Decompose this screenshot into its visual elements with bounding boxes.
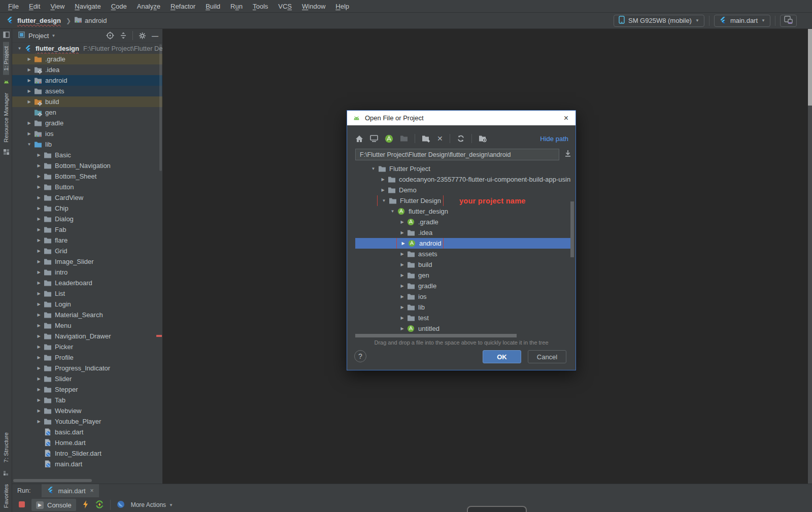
tree-row-gen[interactable]: gen xyxy=(12,107,162,118)
tree-row-intro-slider-dart[interactable]: Intro_Slider.dart xyxy=(12,448,162,459)
stop-button[interactable] xyxy=(18,501,25,509)
close-icon[interactable]: × xyxy=(90,487,94,494)
tree-row-ios[interactable]: ▶ios xyxy=(12,128,162,139)
chevron-collapsed-icon[interactable]: ▶ xyxy=(398,316,407,320)
tool-window-tab--structure[interactable]: 7: Structure xyxy=(3,428,9,466)
tree-row-assets[interactable]: ▶assets xyxy=(355,249,573,259)
chevron-collapsed-icon[interactable]: ▶ xyxy=(35,185,43,189)
tree-row-navigation-drawer[interactable]: ▶Navigation_Drawer xyxy=(12,331,162,342)
chevron-collapsed-icon[interactable]: ▶ xyxy=(398,273,407,278)
tree-row-flutter-design[interactable]: ▼Flutter Designyour project name xyxy=(355,195,573,206)
desktop-icon[interactable] xyxy=(370,135,378,143)
chevron-down-icon[interactable]: ▼ xyxy=(51,33,55,38)
structure-icon[interactable] xyxy=(3,467,10,480)
tree-row-menu[interactable]: ▶Menu xyxy=(12,320,162,331)
tree-row-basic[interactable]: ▶Basic xyxy=(12,150,162,160)
chevron-expanded-icon[interactable]: ▼ xyxy=(369,166,378,171)
chevron-collapsed-icon[interactable]: ▶ xyxy=(25,131,33,136)
tree-row-leaderboard[interactable]: ▶Leaderboard xyxy=(12,278,162,288)
chevron-collapsed-icon[interactable]: ▶ xyxy=(35,291,43,296)
tree-row-lib[interactable]: ▼lib xyxy=(12,139,162,150)
chevron-expanded-icon[interactable]: ▼ xyxy=(380,198,388,203)
menu-window[interactable]: Window xyxy=(297,3,330,10)
tree-row-assets[interactable]: ▶assets xyxy=(12,86,162,96)
tree-row-gradle[interactable]: ▶gradle xyxy=(355,281,573,291)
running-devices-button[interactable] xyxy=(780,15,797,27)
run-config-selector[interactable]: main.dart ▼ xyxy=(714,15,770,27)
dialog-title-bar[interactable]: Open File or Project × xyxy=(347,111,576,125)
resource-manager-icon[interactable] xyxy=(3,146,10,159)
breadcrumb-project[interactable]: flutter_design xyxy=(17,17,61,24)
locate-file-icon[interactable] xyxy=(106,31,114,40)
tree-row-profile[interactable]: ▶Profile xyxy=(12,352,162,363)
tree-row-main-dart[interactable]: main.dart xyxy=(12,459,162,469)
tree-row-list[interactable]: ▶List xyxy=(12,288,162,299)
tool-window-tab-resource-manager[interactable]: Resource Manager xyxy=(3,89,9,147)
tree-row-build[interactable]: ▶build xyxy=(355,259,573,270)
chevron-collapsed-icon[interactable]: ▶ xyxy=(398,230,407,235)
chevron-collapsed-icon[interactable]: ▶ xyxy=(399,241,408,246)
tree-row-picker[interactable]: ▶Picker xyxy=(12,342,162,352)
show-hidden-files-icon[interactable] xyxy=(479,135,487,143)
close-icon[interactable]: × xyxy=(562,114,570,123)
tree-row-codecanyon-23557770-flutter-ui-component-build-app-usin[interactable]: ▶codecanyon-23557770-flutter-ui-componen… xyxy=(355,174,573,185)
home-icon[interactable] xyxy=(355,135,363,143)
chevron-expanded-icon[interactable]: ▼ xyxy=(25,142,33,147)
chevron-collapsed-icon[interactable]: ▶ xyxy=(379,177,387,182)
chevron-collapsed-icon[interactable]: ▶ xyxy=(35,398,43,402)
tab-console[interactable]: ▶ Console xyxy=(31,499,76,511)
tree-row-lib[interactable]: ▶lib xyxy=(355,302,573,313)
tree-row-cardview[interactable]: ▶CardView xyxy=(12,192,162,203)
ok-button[interactable]: OK xyxy=(483,350,521,363)
project-tab-icon[interactable] xyxy=(3,29,10,42)
vertical-scrollbar[interactable] xyxy=(570,201,574,257)
tree-row-youtube-player[interactable]: ▶Youtube_Player xyxy=(12,416,162,427)
chevron-collapsed-icon[interactable]: ▶ xyxy=(35,323,43,328)
chevron-collapsed-icon[interactable]: ▶ xyxy=(35,313,43,317)
hide-panel-icon[interactable]: — xyxy=(152,32,158,40)
chevron-collapsed-icon[interactable]: ▶ xyxy=(35,227,43,232)
tree-row-progress-indicator[interactable]: ▶Progress_Indicator xyxy=(12,363,162,373)
tree-row-login[interactable]: ▶Login xyxy=(12,299,162,310)
menu-analyze[interactable]: Analyze xyxy=(132,3,165,10)
menu-refactor[interactable]: Refactor xyxy=(165,3,200,10)
hot-restart-icon[interactable] xyxy=(82,500,89,510)
tree-row-untitled[interactable]: ▶untitled xyxy=(355,323,573,333)
chevron-collapsed-icon[interactable]: ▶ xyxy=(398,220,407,224)
chevron-collapsed-icon[interactable]: ▶ xyxy=(35,408,43,413)
tree-row-bottom-sheet[interactable]: ▶Bottom_Sheet xyxy=(12,171,162,182)
menu-code[interactable]: Code xyxy=(106,3,132,10)
menu-view[interactable]: View xyxy=(45,3,70,10)
menu-help[interactable]: Help xyxy=(330,3,354,10)
tree-row-material-search[interactable]: ▶Material_Search xyxy=(12,310,162,320)
chevron-collapsed-icon[interactable]: ▶ xyxy=(398,252,407,256)
chevron-collapsed-icon[interactable]: ▶ xyxy=(35,249,43,253)
chevron-collapsed-icon[interactable]: ▶ xyxy=(398,294,407,299)
chevron-collapsed-icon[interactable]: ▶ xyxy=(35,377,43,381)
chevron-collapsed-icon[interactable]: ▶ xyxy=(35,387,43,392)
tree-row-bottom-navigation[interactable]: ▶Bottom_Navigation xyxy=(12,160,162,171)
chevron-collapsed-icon[interactable]: ▶ xyxy=(35,195,43,200)
tree-row-slider[interactable]: ▶Slider xyxy=(12,373,162,384)
menu-edit[interactable]: Edit xyxy=(24,3,45,10)
tree-row-basic-dart[interactable]: basic.dart xyxy=(12,427,162,437)
tree-row-chip[interactable]: ▶Chip xyxy=(12,203,162,214)
chevron-collapsed-icon[interactable]: ▶ xyxy=(35,259,43,264)
chevron-collapsed-icon[interactable]: ▶ xyxy=(35,419,43,424)
chevron-collapsed-icon[interactable]: ▶ xyxy=(25,67,33,72)
help-button[interactable]: ? xyxy=(354,350,366,362)
tool-window-tab-favorites[interactable]: Favorites xyxy=(3,480,9,512)
horizontal-scrollbar[interactable] xyxy=(355,334,517,337)
chevron-expanded-icon[interactable]: ▼ xyxy=(15,46,24,51)
chevron-collapsed-icon[interactable]: ▶ xyxy=(398,326,407,331)
chevron-collapsed-icon[interactable]: ▶ xyxy=(35,206,43,211)
chevron-collapsed-icon[interactable]: ▶ xyxy=(35,302,43,306)
chevron-collapsed-icon[interactable]: ▶ xyxy=(25,89,33,93)
menu-vcs[interactable]: VCS xyxy=(273,3,297,10)
android-studio-icon[interactable] xyxy=(385,134,393,143)
menu-run[interactable]: Run xyxy=(225,3,248,10)
chevron-collapsed-icon[interactable]: ▶ xyxy=(35,334,43,338)
tree-row-dialog[interactable]: ▶Dialog xyxy=(12,214,162,224)
tree-row-stepper[interactable]: ▶Stepper xyxy=(12,384,162,395)
chevron-collapsed-icon[interactable]: ▶ xyxy=(379,188,387,192)
